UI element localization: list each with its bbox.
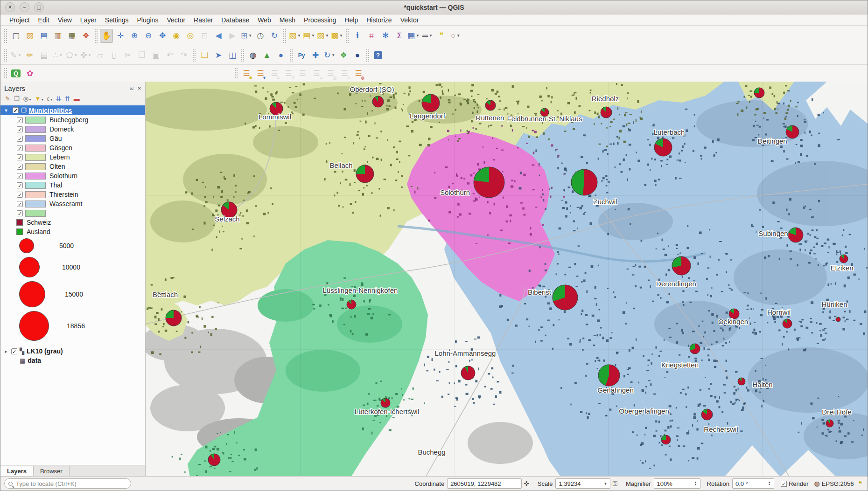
extent-icon[interactable]: ✜ [524,480,529,487]
layer-row-data[interactable]: ▦data [0,356,145,365]
menu-edit[interactable]: Edit [34,15,54,25]
layer-visibility-checkbox[interactable]: ✓ [13,107,19,113]
layer-row-lk10[interactable]: ▸✓▚LK10 (grau) [0,346,145,356]
panel-dock-icon[interactable]: ⊡ [129,86,133,91]
chevron-down-icon[interactable]: ▼ [456,34,460,38]
locator-input[interactable]: Type to locate (Ctrl+K) [4,478,131,489]
lock-scale-icon[interactable]: ⚿ [612,480,617,488]
menu-help[interactable]: Help [340,15,362,25]
rotation-spinbox[interactable]: 0.0 °▲▼ [732,478,774,489]
panel-tool-filter-legend[interactable]: ▼ ▾ [33,95,45,103]
chevron-down-icon[interactable]: ▾ [50,98,52,101]
legend-class-row[interactable]: ✓Wasseramt [0,199,145,208]
spinner-arrows-icon[interactable]: ▲▼ [768,481,771,486]
menu-raster[interactable]: Raster [189,15,217,25]
chevron-down-icon[interactable]: ▼ [331,53,335,57]
chevron-down-icon[interactable]: ▼ [311,34,315,38]
toolbar-button-new-project[interactable]: ▢ [9,29,22,43]
chevron-down-icon[interactable]: ▼ [18,53,21,57]
toolbar-button-zoom-out[interactable]: ⊖ [142,29,155,43]
class-visibility-checkbox[interactable]: ✓ [17,173,23,179]
legend-class-row[interactable]: ✓Thal [0,180,145,190]
legend-class-row[interactable]: ✓Thierstein [0,190,145,199]
panel-tab-browser[interactable]: Browser [34,466,70,476]
layer-group-municipalities[interactable]: ▾✓❒Municipalities [0,105,145,115]
chevron-down-icon[interactable]: ▾ [28,98,31,101]
toolbar-button-map-tips[interactable]: ❞ [435,29,448,43]
legend-class-row[interactable]: ✓Gäu [0,134,145,143]
toolbar-button-processing-toolbox[interactable]: ✻ [379,29,392,43]
menu-database[interactable]: Database [217,15,253,25]
toolbar-button-measure[interactable]: ═▼ [421,29,434,43]
chevron-down-icon[interactable]: ▼ [325,34,329,38]
toolbar-button-style-manager[interactable]: ❖ [79,29,92,43]
toolbar-button-new-print-layout[interactable]: ▥ [51,29,64,43]
panel-tool-remove-layer[interactable]: ▬ [72,95,82,103]
toolbar-button-zoom-to-selection[interactable]: ◉ [170,29,183,43]
legend-class-row[interactable]: ✓Bucheggberg [0,115,145,124]
panel-tool-add-group[interactable]: ❐ [12,95,21,103]
menu-mesh[interactable]: Mesh [275,15,300,25]
toolbar-button-sum-features[interactable]: Σ [393,29,406,43]
menu-project[interactable]: Project [5,15,34,25]
messages-icon[interactable]: ❝ [858,480,862,487]
toolbar-button-new-map-view[interactable]: ⊞▼ [240,29,253,43]
class-visibility-checkbox[interactable]: ✓ [17,154,23,160]
menu-view[interactable]: View [54,15,76,25]
toolbar-button-help[interactable]: ? [371,48,385,62]
toolbar-button-quickmap-services[interactable]: ❖ [337,48,350,62]
chevron-down-icon[interactable]: ▼ [416,34,420,38]
toolbar-button-osm-place-search[interactable]: ◍ [246,48,259,62]
spinner-arrows-icon[interactable]: ▲▼ [694,481,697,486]
toolbar-button-layer-diagram[interactable]: ➤ [212,48,225,62]
class-visibility-checkbox[interactable]: ✓ [17,117,23,123]
toolbar-button-db-import[interactable]: ☰▼ [254,67,267,81]
class-visibility-checkbox[interactable]: ✓ [17,126,23,132]
toolbar-button-layout-manager[interactable]: ▦ [65,29,78,43]
toolbar-button-python-console[interactable]: Py [295,48,308,62]
class-visibility-checkbox[interactable]: ✓ [17,182,23,188]
class-visibility-checkbox[interactable]: ✓ [17,192,23,198]
toolbar-button-temporal-controller[interactable]: ◷ [254,29,267,43]
scale-combobox[interactable]: 1:39234▼ [555,478,610,489]
expand-arrow-icon[interactable]: ▸ [3,349,9,354]
legend-class-row[interactable]: ✓Solothurn [0,171,145,180]
toolbar-button-annotations[interactable]: ○▼ [449,29,462,43]
chevron-down-icon[interactable]: ▼ [74,53,77,57]
chevron-down-icon[interactable]: ▼ [429,34,433,38]
toolbar-button-plugin-manager[interactable]: ✚ [309,48,322,62]
panel-tool-open-layer-styling[interactable]: ✎ [3,95,12,103]
layer-visibility-checkbox[interactable]: ✓ [11,348,17,354]
toolbar-button-save-project[interactable]: ▤ [37,29,50,43]
menu-vector[interactable]: Vector [162,15,189,25]
legend-class-row[interactable]: ✓ [0,208,145,218]
toolbar-button-zoom-in[interactable]: ⊕ [128,29,141,43]
toolbar-button-processing-history[interactable]: ↻▼ [323,48,336,62]
toolbar-button-deselect[interactable]: ▩▼ [330,29,343,43]
chevron-down-icon[interactable]: ▼ [297,34,301,38]
magnifier-spinbox[interactable]: 100%▲▼ [654,478,700,489]
toolbar-button-layer-labeling[interactable]: ❏ [198,48,211,62]
class-visibility-checkbox[interactable]: ✓ [17,145,23,151]
legend-class-row[interactable]: ✓Olten [0,162,145,171]
legend-class-row[interactable]: ✓Gösgen [0,143,145,152]
toolbar-button-wms-globe[interactable]: ● [274,48,287,62]
chevron-down-icon[interactable]: ▼ [59,53,63,57]
map-canvas[interactable]: Oberdorf (SO)LommiswilLangendorfRüttenen… [146,82,868,476]
toolbar-button-globe-earth[interactable]: ● [351,48,364,62]
expand-arrow-icon[interactable]: ▾ [3,108,9,113]
chevron-down-icon[interactable]: ▼ [339,34,343,38]
toolbar-button-zoom-to-layer[interactable]: ◎ [184,29,197,43]
menu-settings[interactable]: Settings [101,15,133,25]
menu-historize[interactable]: Historize [362,15,396,25]
toolbar-button-db-manager[interactable]: ◫ [226,48,239,62]
class-visibility-checkbox[interactable]: ✓ [17,164,23,170]
chevron-down-icon[interactable]: ▼ [248,34,252,38]
render-checkbox[interactable]: ✓ [781,481,787,487]
toolbar-button-statistics[interactable]: ⌗ [365,29,378,43]
menu-processing[interactable]: Processing [300,15,340,25]
toolbar-button-zoom-full[interactable]: ✥ [156,29,169,43]
panel-tool-manage-visibility[interactable]: ◎ ▾ [21,95,33,103]
panel-close-icon[interactable]: ✕ [138,86,141,91]
menu-vektor[interactable]: Vektor [396,15,423,25]
